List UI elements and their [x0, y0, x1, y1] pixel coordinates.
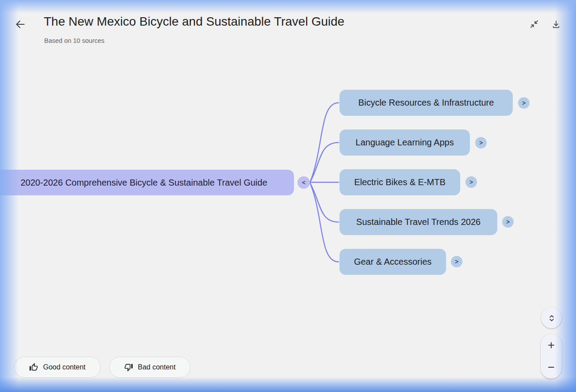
- child-node-label: Gear & Accessories: [354, 257, 432, 267]
- child-node-label: Language Learning Apps: [355, 137, 454, 148]
- root-node-label: 2020-2026 Comprehensive Bicycle & Sustai…: [20, 178, 267, 188]
- child-node-sustainable-trends[interactable]: Sustainable Travel Trends 2026: [339, 209, 497, 235]
- mindmap-canvas[interactable]: 2020-2026 Comprehensive Bicycle & Sustai…: [0, 0, 576, 392]
- expand-button-gear-accessories[interactable]: >: [451, 256, 462, 267]
- child-node-language-apps[interactable]: Language Learning Apps: [339, 129, 470, 156]
- child-node-electric-bikes[interactable]: Electric Bikes & E-MTB: [339, 169, 460, 195]
- fit-to-view-button[interactable]: [541, 308, 562, 328]
- connector-lines: [0, 0, 576, 392]
- plus-icon: +: [548, 339, 555, 352]
- zoom-in-button[interactable]: +: [541, 334, 562, 357]
- child-node-label: Electric Bikes & E-MTB: [354, 177, 446, 187]
- child-node-label: Sustainable Travel Trends 2026: [356, 217, 481, 227]
- root-node[interactable]: 2020-2026 Comprehensive Bicycle & Sustai…: [0, 170, 294, 195]
- child-node-gear-accessories[interactable]: Gear & Accessories: [339, 249, 446, 275]
- child-node-label: Bicycle Resources & Infrastructure: [359, 98, 494, 108]
- good-content-label: Good content: [43, 363, 85, 371]
- child-node-bicycle-resources[interactable]: Bicycle Resources & Infrastructure: [339, 90, 513, 116]
- thumb-down-icon: [124, 363, 133, 372]
- thumb-up-icon: [29, 363, 38, 372]
- expand-button-bicycle-resources[interactable]: >: [518, 97, 530, 109]
- good-content-button[interactable]: Good content: [14, 357, 101, 378]
- zoom-out-button[interactable]: −: [541, 357, 562, 379]
- expand-chevron-icon: >: [522, 99, 526, 107]
- expand-chevron-icon: >: [469, 179, 473, 186]
- bad-content-button[interactable]: Bad content: [109, 357, 191, 378]
- bad-content-label: Bad content: [138, 363, 175, 371]
- zoom-control: + −: [541, 334, 562, 379]
- collapse-chevron-icon: <: [302, 179, 305, 186]
- expand-button-electric-bikes[interactable]: >: [465, 176, 477, 188]
- expand-chevron-icon: >: [506, 218, 510, 225]
- root-collapse-button[interactable]: <: [298, 176, 310, 189]
- mindmap-viewer: The New Mexico Bicycle and Sustainable T…: [0, 0, 576, 392]
- expand-chevron-icon: >: [455, 258, 458, 265]
- unfold-more-icon: [547, 313, 557, 323]
- expand-button-sustainable-trends[interactable]: >: [502, 216, 514, 228]
- expand-button-language-apps[interactable]: >: [475, 137, 487, 148]
- minus-icon: −: [548, 361, 555, 374]
- expand-chevron-icon: >: [479, 139, 483, 146]
